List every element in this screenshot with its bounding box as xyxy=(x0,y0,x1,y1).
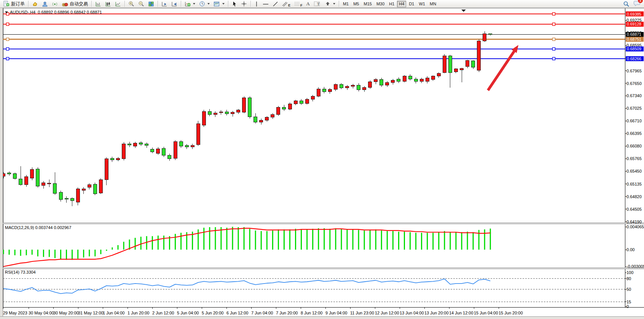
bar-chart-icon xyxy=(95,1,101,7)
notifications-button[interactable]: 1 xyxy=(634,0,641,8)
arrows-tool-button[interactable] xyxy=(324,0,337,8)
timeframe-button-M5[interactable]: M5 xyxy=(351,1,361,7)
tile-windows-icon xyxy=(148,1,154,7)
separator xyxy=(339,1,339,7)
time-axis-label: 9 Jun 04:00 xyxy=(325,311,348,315)
candle-body xyxy=(53,184,57,193)
indicators-icon xyxy=(185,1,191,7)
separator xyxy=(124,1,125,7)
candle-body xyxy=(116,159,120,160)
signals-button[interactable] xyxy=(50,0,60,8)
chart-title: AUDUSD-,H4 0.68892 0.68896 0.68842 0.688… xyxy=(5,10,102,14)
candle-body xyxy=(477,41,481,70)
price-axis-label: 0.67025 xyxy=(626,106,642,111)
line-chart-mode-button[interactable] xyxy=(113,0,123,8)
templates-button[interactable] xyxy=(212,0,226,8)
line-handle[interactable] xyxy=(6,48,9,50)
time-axis-label: 31 May 12:00 xyxy=(78,311,104,315)
new-order-button[interactable]: 新订单 xyxy=(1,0,27,8)
time-axis-label: 8 Jun 12:00 xyxy=(301,311,323,315)
candle-body xyxy=(317,89,320,96)
search-button[interactable] xyxy=(621,0,631,8)
chart-window: 0.692250.689100.685950.682800.679650.676… xyxy=(0,8,644,319)
indicators-button[interactable] xyxy=(183,0,197,8)
candle-body xyxy=(82,189,85,191)
candle-body xyxy=(134,143,137,146)
fibonacci-tool-button[interactable]: F xyxy=(292,0,304,8)
price-axis-label: 0.64820 xyxy=(626,194,642,199)
time-axis-label: 12 Jun 12:00 xyxy=(375,311,399,315)
clock-icon xyxy=(199,1,205,7)
auto-scroll-button[interactable] xyxy=(159,0,169,8)
rsi-axis-label: 80 xyxy=(626,276,631,281)
cursor-tool-button[interactable] xyxy=(230,0,239,8)
line-handle[interactable] xyxy=(6,23,9,26)
candle-body xyxy=(328,89,332,91)
time-axis-label: 5 Jun 04:00 xyxy=(177,311,199,315)
price-axis-label: 0.64190 xyxy=(626,220,642,224)
crosshair-tool-button[interactable] xyxy=(239,0,249,8)
timeframe-button-H1[interactable]: H1 xyxy=(387,1,396,7)
candle-body xyxy=(25,176,28,184)
zoom-in-button[interactable] xyxy=(126,0,136,8)
tile-windows-button[interactable] xyxy=(146,0,156,8)
trendline-tool-button[interactable] xyxy=(271,0,280,8)
toolbar-right-group: 1 xyxy=(621,0,643,8)
line-handle[interactable] xyxy=(553,13,555,15)
candle-body xyxy=(59,192,62,200)
timeframe-button-M15[interactable]: M15 xyxy=(362,1,373,7)
timeframe-button-D1[interactable]: D1 xyxy=(407,1,416,7)
symbol-dropdown-icon[interactable] xyxy=(5,11,8,13)
candle-body xyxy=(294,101,297,104)
community-button[interactable] xyxy=(40,0,50,8)
window-bottom-frame xyxy=(0,316,644,319)
channel-letter: E xyxy=(288,3,290,7)
dropdown-caret xyxy=(193,3,195,5)
candle-body xyxy=(443,56,446,72)
line-handle[interactable] xyxy=(553,57,555,60)
label-tool-button[interactable]: T xyxy=(312,0,324,8)
candle-body xyxy=(489,34,492,34)
separator xyxy=(91,1,92,7)
periods-button[interactable] xyxy=(197,0,212,8)
templates-icon xyxy=(214,1,220,7)
candle-body xyxy=(191,145,194,147)
new-order-label: 新订单 xyxy=(11,1,25,7)
candle-body xyxy=(408,76,412,79)
rsi-axis-label: 100 xyxy=(626,270,633,275)
candle-body xyxy=(472,61,475,67)
text-tool-button[interactable]: A xyxy=(304,0,312,8)
cursor-icon xyxy=(232,1,237,7)
candle-body xyxy=(363,87,366,90)
channel-tool-button[interactable]: E xyxy=(280,0,292,8)
line-handle[interactable] xyxy=(6,38,9,41)
timeframe-button-MN[interactable]: MN xyxy=(428,1,438,7)
time-axis-label: 30 May 04:00 xyxy=(29,311,54,315)
line-handle[interactable] xyxy=(553,23,555,26)
horizontal-line-tool-button[interactable] xyxy=(261,0,271,8)
new-order-icon xyxy=(3,1,10,7)
timeframe-button-M30[interactable]: M30 xyxy=(375,1,386,7)
candle-body xyxy=(431,76,435,79)
chart-canvas[interactable]: 0.692250.689100.685950.682800.679650.676… xyxy=(0,8,644,319)
market-watch-button[interactable] xyxy=(30,0,40,8)
line-handle[interactable] xyxy=(553,38,555,41)
line-handle[interactable] xyxy=(553,48,555,50)
zoom-out-button[interactable] xyxy=(136,0,146,8)
auto-trading-button[interactable]: 自动交易 xyxy=(60,0,90,8)
search-icon xyxy=(623,1,630,7)
timeframe-button-W1[interactable]: W1 xyxy=(417,1,427,7)
dropdown-caret xyxy=(333,3,335,5)
bar-chart-mode-button[interactable] xyxy=(93,0,103,8)
candle-body xyxy=(300,101,303,103)
timeframe-button-M1[interactable]: M1 xyxy=(341,1,351,7)
price-tag-text: 0.68266 xyxy=(627,56,641,61)
timeframe-button-H4[interactable]: H4 xyxy=(397,1,406,7)
vertical-line-tool-button[interactable] xyxy=(252,0,261,8)
rsi-axis-label: 15 xyxy=(626,300,631,304)
rsi-axis-label: 50 xyxy=(626,287,631,292)
line-handle[interactable] xyxy=(6,57,9,60)
chart-shift-button[interactable] xyxy=(169,0,179,8)
time-axis-label: 29 May 2023 xyxy=(3,311,27,315)
candle-chart-mode-button[interactable] xyxy=(103,0,113,8)
